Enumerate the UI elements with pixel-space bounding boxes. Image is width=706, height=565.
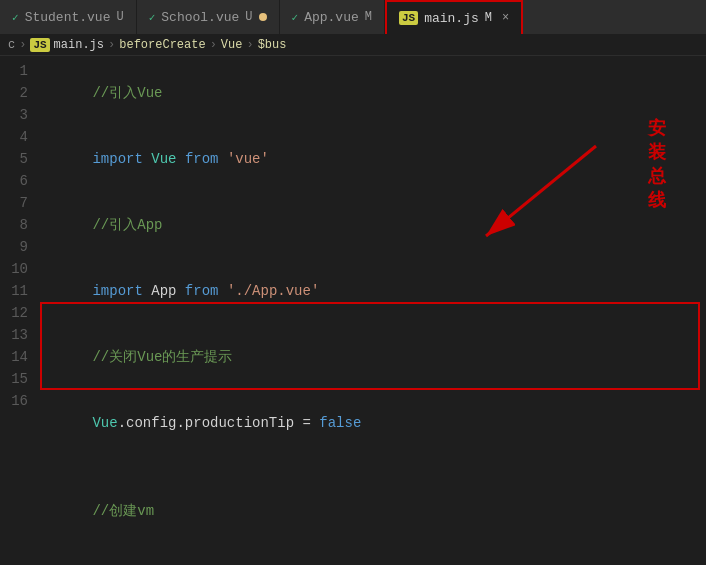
js-icon: JS bbox=[399, 11, 418, 25]
code-line-2: import Vue from 'vue' bbox=[38, 126, 706, 192]
code-line-5: //关闭Vue的生产提示 bbox=[38, 324, 706, 390]
vue-icon-2: ✓ bbox=[149, 11, 156, 24]
breadcrumb-bus: $bus bbox=[258, 38, 287, 52]
code-line-7 bbox=[38, 456, 706, 478]
tab-app-label: App.vue bbox=[304, 10, 359, 25]
tab-student-modifier: U bbox=[116, 10, 123, 24]
tab-student-label: Student.vue bbox=[25, 10, 111, 25]
tab-main-modifier: M bbox=[485, 11, 492, 25]
breadcrumb-vue: Vue bbox=[221, 38, 243, 52]
tab-app-modifier: M bbox=[365, 10, 372, 24]
breadcrumb-file: main.js bbox=[54, 38, 104, 52]
breadcrumb: c › JS main.js › beforeCreate › Vue › $b… bbox=[0, 35, 706, 56]
breadcrumb-js: JS bbox=[30, 38, 49, 52]
tab-bar: ✓ Student.vue U ✓ School.vue U ✓ App.vue… bbox=[0, 0, 706, 35]
tab-main[interactable]: JS main.js M × bbox=[385, 0, 523, 34]
tab-school-modifier: U bbox=[245, 10, 252, 24]
breadcrumb-c: c bbox=[8, 38, 15, 52]
code-lines: //引入Vue import Vue from 'vue' //引入App im… bbox=[38, 56, 706, 560]
code-line-3: //引入App bbox=[38, 192, 706, 258]
tab-app[interactable]: ✓ App.vue M bbox=[280, 0, 385, 34]
breadcrumb-func: beforeCreate bbox=[119, 38, 205, 52]
code-line-4: import App from './App.vue' bbox=[38, 258, 706, 324]
vue-icon: ✓ bbox=[12, 11, 19, 24]
line-numbers: 1 2 3 4 5 6 7 8 9 10 11 12 13 14 15 16 bbox=[0, 56, 38, 560]
tab-close-button[interactable]: × bbox=[502, 11, 509, 25]
tab-school[interactable]: ✓ School.vue U bbox=[137, 0, 280, 34]
vue-icon-3: ✓ bbox=[292, 11, 299, 24]
code-line-9: new Vue({ bbox=[38, 544, 706, 560]
tab-student[interactable]: ✓ Student.vue U bbox=[0, 0, 137, 34]
tab-main-label: main.js bbox=[424, 11, 479, 26]
modified-dot bbox=[259, 13, 267, 21]
code-line-6: Vue.config.productionTip = false bbox=[38, 390, 706, 456]
code-area: 1 2 3 4 5 6 7 8 9 10 11 12 13 14 15 16 /… bbox=[0, 56, 706, 560]
tab-school-label: School.vue bbox=[161, 10, 239, 25]
code-line-8: //创建vm bbox=[38, 478, 706, 544]
code-line-1: //引入Vue bbox=[38, 60, 706, 126]
